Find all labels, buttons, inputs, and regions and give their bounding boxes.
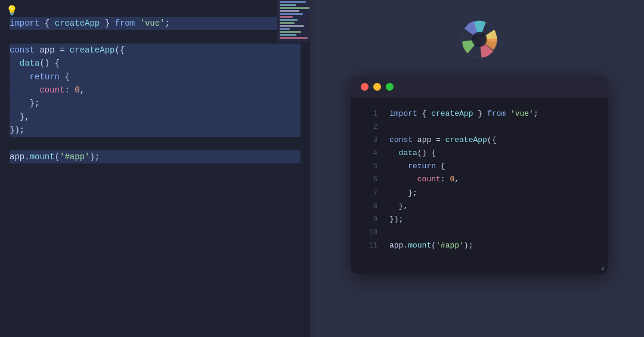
window-resize-handle[interactable]: ◢ [351, 262, 608, 274]
code-line-8: 8 }, [351, 200, 608, 213]
code-line-5: 5 return { [351, 160, 608, 173]
left-code-editor: 💡 import { createApp } from 'vue'; const… [0, 0, 310, 337]
bulb-icon: 💡 [6, 5, 18, 17]
code-line-9: 9 }); [351, 213, 608, 226]
dot-maximize[interactable] [386, 83, 394, 91]
right-panel: 1 import { createApp } from 'vue'; 2 3 c… [315, 0, 644, 337]
dot-minimize[interactable] [373, 83, 381, 91]
code-line-6: 6 count: 0, [351, 173, 608, 186]
code-line-11: 11 app.mount('#app'); [351, 239, 608, 252]
svg-point-2 [474, 34, 485, 45]
code-line-4: 4 data() { [351, 147, 608, 160]
dot-close[interactable] [361, 83, 369, 91]
code-line-7: 7 }; [351, 187, 608, 200]
code-line-2: 2 [351, 120, 608, 134]
code-preview-window: 1 import { createApp } from 'vue'; 2 3 c… [351, 76, 608, 274]
code-line-10: 10 [351, 226, 608, 239]
window-titlebar [351, 76, 608, 98]
code-content: import { createApp } from 'vue'; const a… [0, 0, 310, 173]
panel-divider [310, 0, 315, 337]
code-line-3: 3 const app = createApp({ [351, 134, 608, 147]
window-code-body: 1 import { createApp } from 'vue'; 2 3 c… [351, 98, 608, 262]
app-logo [458, 18, 501, 64]
resize-icon: ◢ [600, 264, 604, 271]
minimap [277, 0, 310, 42]
code-line-1: 1 import { createApp } from 'vue'; [351, 107, 608, 120]
